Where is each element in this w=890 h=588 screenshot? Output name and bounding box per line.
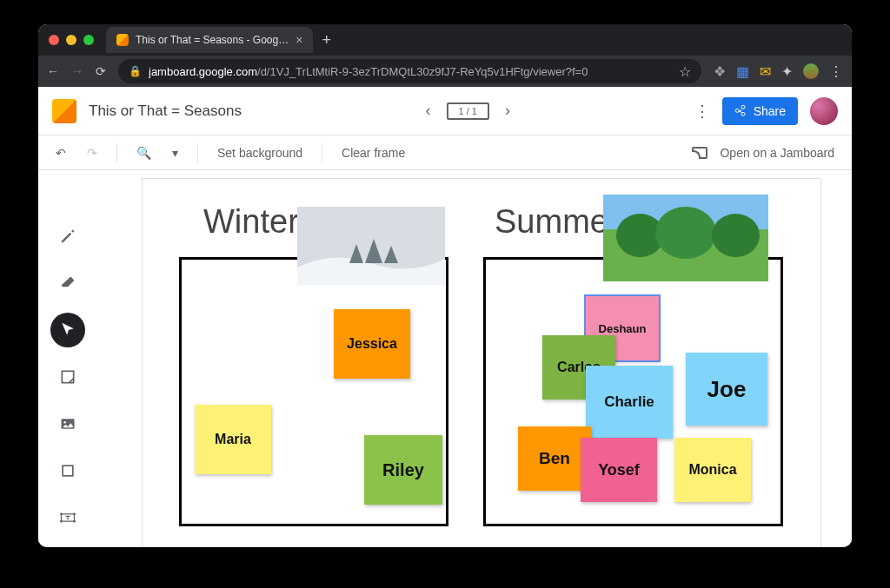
ext-icon[interactable]: ✉: [760, 63, 771, 80]
ext-icon[interactable]: ▦: [736, 63, 749, 80]
select-tool[interactable]: [50, 313, 85, 347]
set-background-button[interactable]: Set background: [212, 142, 308, 163]
sticky-note[interactable]: Yosef: [581, 438, 657, 502]
browser-window: This or That = Seasons - Goog… × + ← → ⟳…: [38, 24, 852, 547]
heading-winter[interactable]: Winter: [203, 203, 299, 241]
image-tool[interactable]: [50, 406, 85, 441]
text-tool[interactable]: [50, 500, 85, 535]
heading-summer[interactable]: Summer: [495, 203, 620, 241]
svg-point-5: [61, 513, 63, 515]
back-icon[interactable]: ←: [47, 64, 59, 78]
svg-point-8: [74, 520, 76, 522]
ext-icon[interactable]: ❖: [714, 63, 726, 80]
more-menu-icon[interactable]: ⋮: [694, 102, 710, 121]
frame-indicator[interactable]: 1 / 1: [447, 102, 489, 120]
pen-tool[interactable]: [50, 219, 85, 254]
address-bar: ← → ⟳ 🔒 jamboard.google.com/d/1VJ_TrLtMt…: [38, 56, 852, 87]
sticky-tool[interactable]: [50, 360, 85, 394]
account-avatar[interactable]: [810, 97, 838, 125]
sticky-note[interactable]: Maria: [195, 405, 271, 474]
minimize-window[interactable]: [66, 35, 76, 45]
canvas[interactable]: Winter Summer MariaJessicaRileyDeshaunCa…: [143, 179, 820, 547]
workspace: Winter Summer MariaJessicaRileyDeshaunCa…: [38, 170, 852, 547]
browser-menu-icon[interactable]: ⋮: [829, 63, 843, 80]
prev-frame-icon[interactable]: ‹: [426, 102, 431, 120]
lock-icon: 🔒: [129, 65, 142, 77]
document-title[interactable]: This or That = Seasons: [89, 102, 242, 120]
undo-icon[interactable]: ↶: [50, 142, 71, 163]
eraser-tool[interactable]: [50, 266, 85, 301]
sticky-note[interactable]: Joe: [686, 353, 767, 426]
redo-icon[interactable]: ↷: [82, 142, 103, 163]
ext-puzzle-icon[interactable]: ✦: [781, 63, 793, 80]
app-header: This or That = Seasons ‹ 1 / 1 › ⋮ Share: [38, 87, 852, 135]
summer-image[interactable]: [603, 195, 768, 281]
star-icon[interactable]: ☆: [679, 63, 691, 80]
reload-icon[interactable]: ⟳: [96, 64, 106, 78]
cast-icon: [692, 147, 707, 159]
svg-point-7: [61, 520, 63, 522]
zoom-dropdown[interactable]: ▾: [167, 142, 183, 163]
jamboard-logo[interactable]: [52, 99, 76, 123]
url-text: jamboard.google.com/d/1VJ_TrLtMtiR-9-3ez…: [149, 65, 588, 78]
next-frame-icon[interactable]: ›: [505, 102, 510, 120]
profile-avatar-small[interactable]: [803, 63, 819, 79]
browser-tab[interactable]: This or That = Seasons - Goog… ×: [106, 27, 313, 53]
toolbar: ↶ ↷ 🔍 ▾ Set background Clear frame Open …: [38, 135, 852, 170]
share-button[interactable]: Share: [722, 97, 798, 125]
titlebar: This or That = Seasons - Goog… × +: [38, 24, 852, 56]
svg-point-2: [63, 421, 66, 424]
clear-frame-button[interactable]: Clear frame: [336, 142, 410, 163]
tab-favicon: [116, 34, 129, 46]
sticky-note[interactable]: Riley: [364, 435, 442, 505]
extensions: ❖ ▦ ✉ ✦ ⋮: [714, 63, 843, 80]
tab-title: This or That = Seasons - Goog…: [136, 34, 289, 46]
close-tab-icon[interactable]: ×: [296, 33, 302, 47]
forward-icon[interactable]: →: [71, 64, 83, 78]
winter-image[interactable]: [297, 207, 445, 285]
tool-palette: [50, 219, 85, 547]
url-field[interactable]: 🔒 jamboard.google.com/d/1VJ_TrLtMtiR-9-3…: [118, 59, 701, 83]
shape-tool[interactable]: [50, 453, 85, 488]
frame-nav: ‹ 1 / 1 ›: [254, 102, 682, 120]
sticky-note[interactable]: Monica: [674, 438, 751, 502]
maximize-window[interactable]: [83, 35, 94, 45]
share-icon: [734, 104, 748, 118]
open-jamboard-button[interactable]: Open on a Jamboard: [714, 142, 840, 163]
svg-point-6: [74, 513, 76, 515]
svg-rect-3: [63, 466, 73, 476]
new-tab-button[interactable]: +: [322, 31, 331, 50]
close-window[interactable]: [49, 35, 59, 45]
sticky-note[interactable]: Charlie: [586, 366, 673, 439]
sticky-note[interactable]: Jessica: [334, 309, 410, 379]
window-controls: [49, 35, 94, 45]
zoom-icon[interactable]: 🔍: [131, 142, 156, 163]
